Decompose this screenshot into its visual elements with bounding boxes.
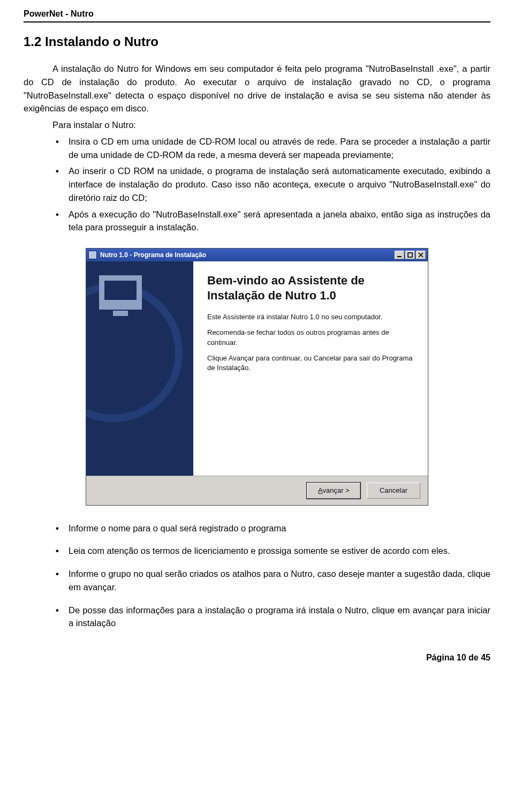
installer-heading: Bem-vindo ao Assistente de Instalação de… <box>207 273 414 303</box>
list-item: Informe o grupo no qual serão criados os… <box>69 567 490 594</box>
installer-text: Recomenda-se fechar todos os outros prog… <box>207 328 414 348</box>
svg-rect-0 <box>397 256 402 257</box>
installer-text: Este Assistente irá instalar Nutro 1.0 n… <box>207 312 414 322</box>
installer-body: Bem-vindo ao Assistente de Instalação de… <box>86 261 428 476</box>
post-steps-list: Informe o nome para o qual será registra… <box>24 522 490 630</box>
svg-rect-1 <box>408 253 412 257</box>
window-icon <box>88 251 97 259</box>
close-button[interactable] <box>416 251 426 259</box>
list-item: De posse das informações para a instalaç… <box>69 604 490 630</box>
maximize-button[interactable] <box>405 251 415 259</box>
installer-button-row: Avançar > Cancelar <box>86 476 428 505</box>
paragraph-lead: Para instalar o Nutro: <box>24 118 490 132</box>
cancel-button[interactable]: Cancelar <box>367 483 420 499</box>
window-titlebar: Nutro 1.0 - Programa de Instalação <box>86 249 428 261</box>
list-item: Leia com atenção os termos de licenciame… <box>69 544 490 558</box>
list-item: Ao inserir o CD ROM na unidade, o progra… <box>69 164 490 204</box>
section-heading: 1.2 Instalando o Nutro <box>24 32 490 51</box>
minimize-button[interactable] <box>395 251 404 259</box>
list-item: Após a execução do "NutroBaseInstall.exe… <box>69 208 490 235</box>
window-title: Nutro 1.0 - Programa de Instalação <box>100 250 394 260</box>
list-item: Insira o CD em uma unidade de CD-ROM loc… <box>69 135 490 162</box>
install-steps-list: Insira o CD em uma unidade de CD-ROM loc… <box>24 135 490 234</box>
installer-text: Clique Avançar para continuar, ou Cancel… <box>207 354 414 374</box>
installer-content: Bem-vindo ao Assistente de Instalação de… <box>193 261 428 476</box>
installer-window: Nutro 1.0 - Programa de Instalação Bem-v… <box>86 248 428 506</box>
paragraph-intro: A instalação do Nutro for Windows em seu… <box>24 62 490 115</box>
list-item: Informe o nome para o qual será registra… <box>69 522 490 535</box>
page-footer: Página 10 de 45 <box>24 651 490 664</box>
next-button[interactable]: Avançar > <box>307 483 360 499</box>
document-header: PowerNet - Nutro <box>24 7 490 22</box>
installer-side-graphic <box>86 261 193 476</box>
